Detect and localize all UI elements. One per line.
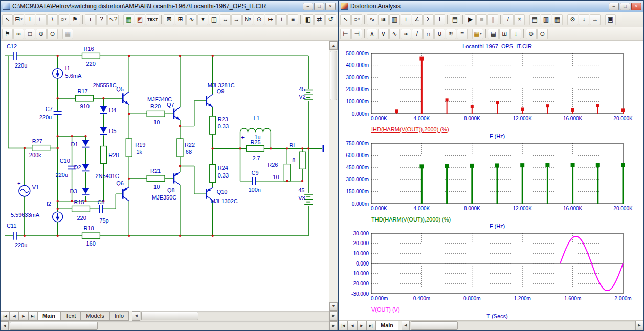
next-rise-button[interactable]: ∿: [389, 29, 400, 39]
scroll-down-button[interactable]: ▼: [329, 302, 338, 311]
select-tool[interactable]: ↖: [340, 14, 351, 25]
ihd-plot[interactable]: 0.000m100.000m200.000m300.000m400.000m50…: [340, 51, 641, 126]
global-high-button[interactable]: ∩: [423, 29, 434, 39]
wire-tool[interactable]: ∟: [36, 14, 47, 25]
tab-scroll-next-button[interactable]: ▶: [19, 311, 28, 321]
schematic-v-scrollbar[interactable]: ▲ ▼: [329, 41, 338, 311]
scroll-left-button[interactable]: ◀: [132, 311, 140, 321]
tab-scroll-first-button[interactable]: |◀: [339, 321, 348, 330]
next-slope-button[interactable]: /: [412, 29, 423, 39]
line-tool[interactable]: /: [503, 14, 514, 25]
color-menu[interactable]: ▦▾: [472, 29, 483, 39]
goto-flag-button[interactable]: ⚑: [2, 29, 13, 39]
minimize-button[interactable]: –: [303, 3, 313, 10]
h-scroll-thumb[interactable]: [141, 312, 198, 320]
schematic-titlebar[interactable]: C:\MC9\DATA\Petrov\switching distortion\…: [1, 1, 338, 12]
tab-scroll-previous-button[interactable]: ◀: [348, 321, 357, 330]
run-button[interactable]: ▶: [465, 14, 476, 25]
image-export[interactable]: ▣: [605, 14, 616, 25]
go-to-performance-button[interactable]: ↓: [510, 29, 521, 39]
current-display-toggle[interactable]: ↦: [265, 14, 276, 25]
numeric-output-button[interactable]: ▤: [488, 29, 499, 39]
restore-button[interactable]: □: [620, 3, 630, 10]
zoom-in-button[interactable]: ⊕: [36, 29, 47, 39]
zoom-area-mode[interactable]: ⊞: [175, 14, 186, 25]
schematic-h-scrollbar-lower[interactable]: ◀ ▶: [1, 321, 338, 330]
mode-menu[interactable]: ▾: [197, 14, 208, 25]
step-node-mode[interactable]: →: [231, 14, 242, 25]
zoom-in-button[interactable]: ⊕: [526, 29, 537, 39]
global-low-button[interactable]: ∪: [434, 29, 445, 39]
clip-mode[interactable]: ◫: [209, 14, 219, 25]
tab-scroll-first-button[interactable]: |◀: [1, 311, 10, 321]
text-tool[interactable]: T: [25, 14, 35, 25]
tab-scroll-next-button[interactable]: ▶: [357, 321, 366, 330]
inductor-coil[interactable]: [240, 128, 271, 132]
probe-mode[interactable]: ∿: [186, 14, 197, 25]
ihd-series-label[interactable]: IHD(HARM(V(OUT)),2000) (%): [371, 126, 642, 133]
preview-button[interactable]: □: [25, 29, 35, 39]
power-toggle[interactable]: ⊙: [254, 14, 264, 25]
waveform-buffer[interactable]: ≋: [378, 14, 389, 25]
vout-series-label[interactable]: V(OUT) (V): [371, 306, 642, 313]
node-numbers-toggle[interactable]: №: [242, 14, 253, 25]
text-area-tool[interactable]: TEXT: [146, 14, 159, 25]
mirror-tool[interactable]: ◧: [303, 14, 314, 25]
plot-xy-button[interactable]: ⊞: [499, 29, 510, 39]
tab-main[interactable]: Main: [37, 311, 60, 321]
flag-tool[interactable]: ⚑: [70, 14, 80, 25]
v-scroll-track[interactable]: [329, 50, 338, 302]
help-mode[interactable]: ?: [96, 14, 107, 25]
cross-probe-tool[interactable]: +: [276, 14, 287, 25]
zoom-out-button[interactable]: ⊖: [537, 29, 548, 39]
thd-plot[interactable]: 0.000m150.000m300.000m450.000m600.000m75…: [340, 141, 641, 216]
scroll-right-button[interactable]: ▶: [329, 311, 338, 321]
copy-to-clipboard[interactable]: ▤: [450, 14, 460, 25]
next-valley-button[interactable]: ∨: [378, 29, 389, 39]
probe-horizontal[interactable]: →: [590, 14, 601, 25]
tab-scroll-previous-button[interactable]: ◀: [10, 311, 19, 321]
next-fall-button[interactable]: ≈: [401, 29, 411, 39]
v-scroll-thumb[interactable]: [330, 51, 337, 100]
digital-trace-mode[interactable]: ▦: [123, 14, 134, 25]
tab-models[interactable]: Models: [81, 311, 109, 321]
info-mode[interactable]: i: [85, 14, 96, 25]
scroll-right-button[interactable]: ▶: [329, 321, 338, 330]
cursor-right-button[interactable]: ⊣: [351, 29, 362, 39]
pan-mode[interactable]: ↔: [220, 14, 231, 25]
schematic-canvas[interactable]: C12220uR16220I15.6mA2N5551CQ5R17910C7220…: [1, 41, 329, 311]
zoom-out-button[interactable]: ⊖: [47, 29, 58, 39]
next-peak-button[interactable]: ∧: [367, 29, 377, 39]
minimize-button[interactable]: –: [609, 3, 619, 10]
cursor-mode[interactable]: +: [401, 14, 411, 25]
scroll-up-button[interactable]: ▲: [329, 41, 338, 50]
select-tool[interactable]: ↖: [2, 14, 13, 25]
tab-info[interactable]: Info: [109, 311, 129, 321]
diagonal-wire-tool[interactable]: \: [47, 14, 58, 25]
h-scroll-track[interactable]: [140, 311, 329, 321]
scroll-right-button[interactable]: ▶: [635, 321, 643, 330]
analysis-h-scrollbar[interactable]: ◀ ▶: [402, 321, 643, 330]
tab-scroll-last-button[interactable]: ▶|: [28, 311, 37, 321]
schematic-h-scrollbar-upper[interactable]: ◀ ▶: [132, 311, 338, 321]
h-scroll-track[interactable]: [410, 321, 635, 330]
point-help-mode[interactable]: ↖?: [107, 14, 119, 25]
component-menu[interactable]: ⊟▾: [13, 14, 24, 25]
fft-tool[interactable]: Σ: [423, 14, 434, 25]
tab-text[interactable]: Text: [60, 311, 81, 321]
region-select-mode[interactable]: ⊠: [164, 14, 174, 25]
grid-plot-view[interactable]: ▦: [552, 14, 563, 25]
scroll-left-button[interactable]: ◀: [402, 321, 410, 330]
trim-tool[interactable]: ⊗: [567, 14, 578, 25]
tab-scroll-last-button[interactable]: ▶|: [366, 321, 375, 330]
properties-button[interactable]: ≡: [287, 14, 298, 25]
flip-tool[interactable]: ⇄: [314, 14, 325, 25]
h-scroll-thumb[interactable]: [411, 321, 458, 330]
rotate-tool[interactable]: ↺: [325, 14, 336, 25]
cursor-left-button[interactable]: ⊢: [340, 29, 351, 39]
waveform-stack-button[interactable]: ≡: [457, 29, 468, 39]
probe-vertical[interactable]: ↓: [579, 14, 589, 25]
h-scroll-track[interactable]: [9, 321, 329, 330]
find-button[interactable]: ∞: [13, 29, 24, 39]
crosshair-tool[interactable]: ×: [514, 14, 525, 25]
